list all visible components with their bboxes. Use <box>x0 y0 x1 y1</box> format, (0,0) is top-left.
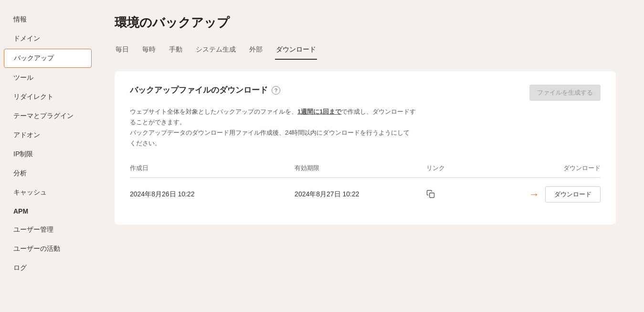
sidebar-item-redirect[interactable]: リダイレクト <box>4 88 92 106</box>
sidebar-item-analytics[interactable]: 分析 <box>4 164 92 183</box>
tabs: 毎日毎時手動システム生成外部ダウンロード <box>115 43 625 60</box>
sidebar-item-addons[interactable]: アドオン <box>4 126 92 144</box>
sidebar-item-apm[interactable]: APM <box>4 203 92 220</box>
tab-hourly[interactable]: 毎時 <box>141 43 157 60</box>
help-icon[interactable]: ? <box>272 86 280 95</box>
card-title-text: バックアップファイルのダウンロード <box>130 85 268 96</box>
desc-line4: ください。 <box>130 140 161 147</box>
sidebar-item-info[interactable]: 情報 <box>4 11 92 29</box>
main-content: 環境のバックアップ 毎日毎時手動システム生成外部ダウンロード バックアップファイ… <box>95 0 644 312</box>
cell-created-0: 2024年8月26日 10:22 <box>130 178 295 212</box>
page-title: 環境のバックアップ <box>115 14 625 31</box>
tab-system-generated[interactable]: システム生成 <box>195 43 237 60</box>
sidebar-item-ip-restriction[interactable]: IP制限 <box>4 145 92 163</box>
desc-bold: 1週間に1回まで <box>297 108 341 115</box>
desc-part2: で作成し、ダウンロードす <box>341 108 416 115</box>
tab-daily[interactable]: 毎日 <box>115 43 130 60</box>
backup-table: 作成日 有効期限 リンク ダウンロード 2024年8月26日 10:222024… <box>130 160 601 211</box>
sidebar-item-user-activity[interactable]: ユーザーの活動 <box>4 240 92 258</box>
table-body: 2024年8月26日 10:222024年8月27日 10:22 → ダウンロー… <box>130 178 601 212</box>
backup-card: バックアップファイルのダウンロード ? ファイルを生成する ウェブサイト全体を対… <box>115 71 616 225</box>
tab-manual[interactable]: 手動 <box>168 43 183 60</box>
col-header-expiry: 有効期限 <box>295 160 426 178</box>
tab-external[interactable]: 外部 <box>248 43 264 60</box>
table-row: 2024年8月26日 10:222024年8月27日 10:22 → ダウンロー… <box>130 178 601 212</box>
download-area: → ダウンロード <box>483 186 601 203</box>
tab-download[interactable]: ダウンロード <box>275 43 317 60</box>
arrow-right-icon: → <box>529 189 539 200</box>
sidebar-item-cache[interactable]: キャッシュ <box>4 183 92 202</box>
card-description: ウェブサイト全体を対象としたバックアップのファイルを、1週間に1回までで作成し、… <box>130 107 601 149</box>
download-button[interactable]: ダウンロード <box>545 186 601 203</box>
col-header-download: ダウンロード <box>483 160 601 178</box>
desc-line2: ることができます。 <box>130 118 186 126</box>
svg-rect-0 <box>430 193 434 198</box>
desc-line3: バックアップデータのダウンロード用ファイル作成後、24時間以内にダウンロードを行… <box>130 129 410 136</box>
card-title: バックアップファイルのダウンロード ? <box>130 85 280 96</box>
sidebar-item-log[interactable]: ログ <box>4 259 92 277</box>
cell-download-0: → ダウンロード <box>483 178 601 212</box>
col-header-link: リンク <box>426 160 483 178</box>
sidebar-item-tools[interactable]: ツール <box>4 69 92 87</box>
cell-expiry-0: 2024年8月27日 10:22 <box>295 178 426 212</box>
sidebar-item-user-management[interactable]: ユーザー管理 <box>4 221 92 239</box>
sidebar-item-backup[interactable]: バックアップ <box>4 49 92 68</box>
cell-link-0 <box>426 178 483 212</box>
desc-part1: ウェブサイト全体を対象としたバックアップのファイルを、 <box>130 108 297 115</box>
sidebar-item-themes-plugins[interactable]: テーマとプラグイン <box>4 107 92 125</box>
copy-link-icon[interactable] <box>426 190 435 198</box>
generate-file-button[interactable]: ファイルを生成する <box>529 85 601 101</box>
table-header-row: 作成日 有効期限 リンク ダウンロード <box>130 160 601 178</box>
col-header-created: 作成日 <box>130 160 295 178</box>
card-header: バックアップファイルのダウンロード ? ファイルを生成する <box>130 85 601 101</box>
sidebar: 情報ドメインバックアップツールリダイレクトテーマとプラグインアドオンIP制限分析… <box>0 0 95 312</box>
sidebar-item-domain[interactable]: ドメイン <box>4 30 92 48</box>
